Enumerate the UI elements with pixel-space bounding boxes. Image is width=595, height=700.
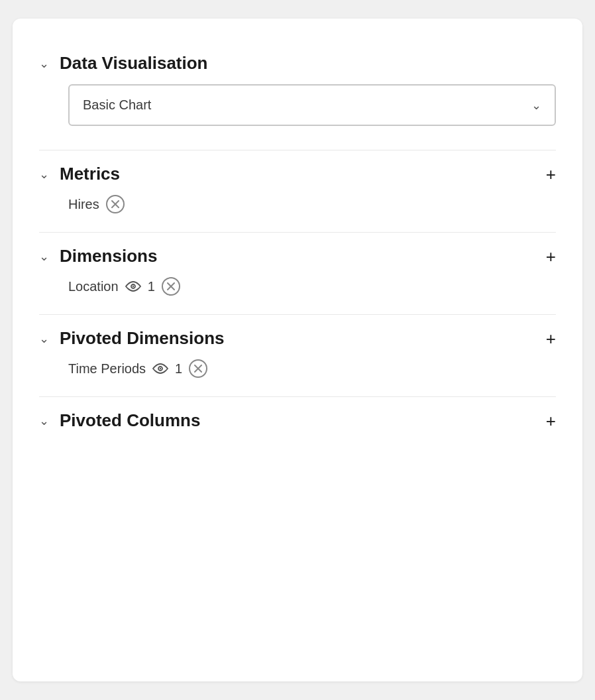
chevron-down-icon-metrics[interactable]: ⌄ xyxy=(39,167,49,182)
eye-svg-icon-time-periods xyxy=(152,363,168,375)
svg-point-7 xyxy=(160,368,161,369)
add-metric-button[interactable]: + xyxy=(546,166,556,183)
section-header-pivoted-columns-left: ⌄ Pivoted Columns xyxy=(39,410,200,431)
remove-time-periods-button[interactable] xyxy=(189,359,207,378)
section-content-metrics: Hires xyxy=(39,195,556,227)
panel: ⌄ Data Visualisation Basic Chart ⌄ ⌄ Met… xyxy=(13,19,582,681)
section-pivoted-dimensions: ⌄ Pivoted Dimensions + Time Periods 1 xyxy=(39,315,556,391)
section-content-dimensions: Location 1 xyxy=(39,277,556,309)
section-header-left: ⌄ Data Visualisation xyxy=(39,53,208,74)
section-header-data-visualisation: ⌄ Data Visualisation xyxy=(39,40,556,84)
pivoted-dimensions-tag-row: Time Periods 1 xyxy=(68,359,556,378)
section-title-pivoted-dimensions: Pivoted Dimensions xyxy=(60,328,225,349)
add-dimension-button[interactable]: + xyxy=(546,248,556,265)
dropdown-chevron-icon: ⌄ xyxy=(531,98,541,113)
section-header-pivoted-dimensions: ⌄ Pivoted Dimensions + xyxy=(39,315,556,359)
pivoted-dimension-time-periods-label: Time Periods xyxy=(68,361,146,377)
close-x-icon-location xyxy=(167,282,175,290)
add-pivoted-dimension-button[interactable]: + xyxy=(546,330,556,347)
time-periods-visibility-icon[interactable] xyxy=(152,363,168,375)
chevron-down-icon-dimensions[interactable]: ⌄ xyxy=(39,249,49,264)
section-header-metrics: ⌄ Metrics + xyxy=(39,150,556,195)
section-content-pivoted-dimensions: Time Periods 1 xyxy=(39,359,556,391)
dropdown-selected-value: Basic Chart xyxy=(83,97,151,113)
section-header-pivoted-columns: ⌄ Pivoted Columns + xyxy=(39,397,556,441)
remove-hires-button[interactable] xyxy=(106,195,125,213)
section-pivoted-columns: ⌄ Pivoted Columns + xyxy=(39,397,556,441)
location-count: 1 xyxy=(148,279,155,294)
section-data-visualisation: ⌄ Data Visualisation Basic Chart ⌄ xyxy=(39,40,556,145)
close-x-icon xyxy=(111,200,119,208)
remove-location-button[interactable] xyxy=(162,277,180,296)
section-content-data-visualisation: Basic Chart ⌄ xyxy=(39,84,556,145)
visualisation-type-dropdown[interactable]: Basic Chart ⌄ xyxy=(68,84,556,126)
dimension-location-label: Location xyxy=(68,279,119,294)
chevron-down-icon-pivoted-columns[interactable]: ⌄ xyxy=(39,414,49,428)
dimensions-tag-row: Location 1 xyxy=(68,277,556,296)
section-title-pivoted-columns: Pivoted Columns xyxy=(60,410,200,431)
section-dimensions: ⌄ Dimensions + Location 1 xyxy=(39,233,556,309)
section-header-dimensions: ⌄ Dimensions + xyxy=(39,233,556,277)
section-header-dimensions-left: ⌄ Dimensions xyxy=(39,246,157,266)
svg-point-3 xyxy=(132,286,133,287)
eye-svg-icon xyxy=(125,280,141,292)
close-x-icon-time-periods xyxy=(194,365,202,373)
section-header-pivoted-dimensions-left: ⌄ Pivoted Dimensions xyxy=(39,328,225,349)
time-periods-count: 1 xyxy=(175,361,182,377)
section-header-metrics-left: ⌄ Metrics xyxy=(39,164,120,184)
metric-hires-label: Hires xyxy=(68,197,99,212)
chevron-down-icon[interactable]: ⌄ xyxy=(39,56,49,71)
location-visibility-icon[interactable] xyxy=(125,280,141,292)
section-title-dimensions: Dimensions xyxy=(60,246,157,266)
chevron-down-icon-pivoted-dimensions[interactable]: ⌄ xyxy=(39,331,49,346)
metrics-tag-row: Hires xyxy=(68,195,556,213)
section-metrics: ⌄ Metrics + Hires xyxy=(39,150,556,227)
section-title-data-visualisation: Data Visualisation xyxy=(60,53,208,74)
section-title-metrics: Metrics xyxy=(60,164,120,184)
add-pivoted-column-button[interactable]: + xyxy=(546,412,556,430)
